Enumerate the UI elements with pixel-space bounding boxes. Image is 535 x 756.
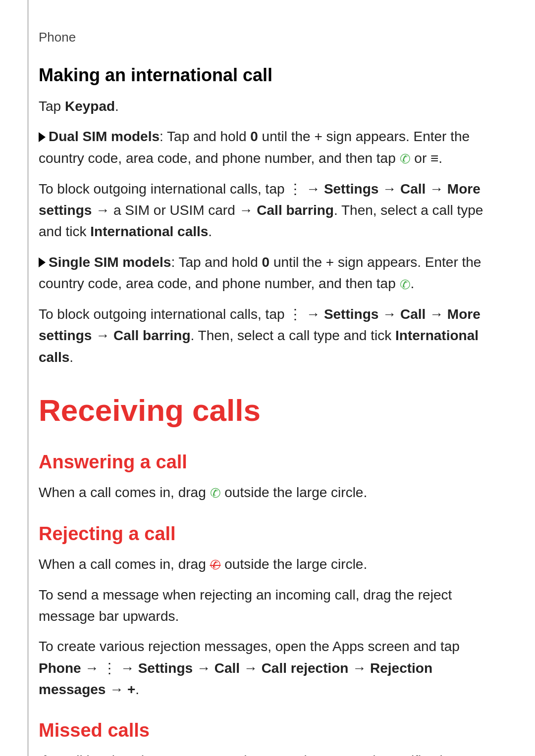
- subsection-answering: Answering a call: [39, 452, 496, 473]
- bullet-arrow-icon: [39, 132, 46, 142]
- para-block-single: To block outgoing international calls, t…: [39, 303, 496, 368]
- page-border: [27, 0, 29, 756]
- para-dual-sim: Dual SIM models: Tap and hold 0 until th…: [39, 126, 496, 169]
- page-label: Phone: [27, 30, 496, 45]
- drag-phone-red-icon: ✆: [210, 555, 221, 575]
- missed-call-icon: ✆̅: [152, 752, 163, 756]
- bullet-arrow-icon-2: [39, 257, 46, 267]
- para-tap-keypad: Tap Keypad.: [39, 96, 496, 117]
- section-heading-international: Making an international call: [39, 65, 496, 86]
- para-missed: If a call is missed, ✆̅ appears on the s…: [39, 750, 496, 756]
- para-rejecting-3: To create various rejection messages, op…: [39, 636, 496, 700]
- phone-icon-green: ✆: [400, 149, 411, 169]
- subsection-missed: Missed calls: [39, 720, 496, 741]
- subsection-rejecting: Rejecting a call: [39, 523, 496, 545]
- page: Phone Making an international call Tap K…: [0, 0, 535, 756]
- single-sim-label: Single SIM models: [49, 254, 171, 270]
- para-rejecting-1: When a call comes in, drag ✆ outside the…: [39, 554, 496, 575]
- para-single-sim: Single SIM models: Tap and hold 0 until …: [39, 252, 496, 295]
- drag-phone-green-icon: ✆: [210, 483, 221, 503]
- receiving-calls-title: Receiving calls: [39, 393, 496, 428]
- para-answering: When a call comes in, drag ✆ outside the…: [39, 482, 496, 504]
- para-rejecting-2: To send a message when rejecting an inco…: [39, 584, 496, 627]
- para-block-dual: To block outgoing international calls, t…: [39, 178, 496, 243]
- phone-icon-green-2: ✆: [400, 275, 411, 295]
